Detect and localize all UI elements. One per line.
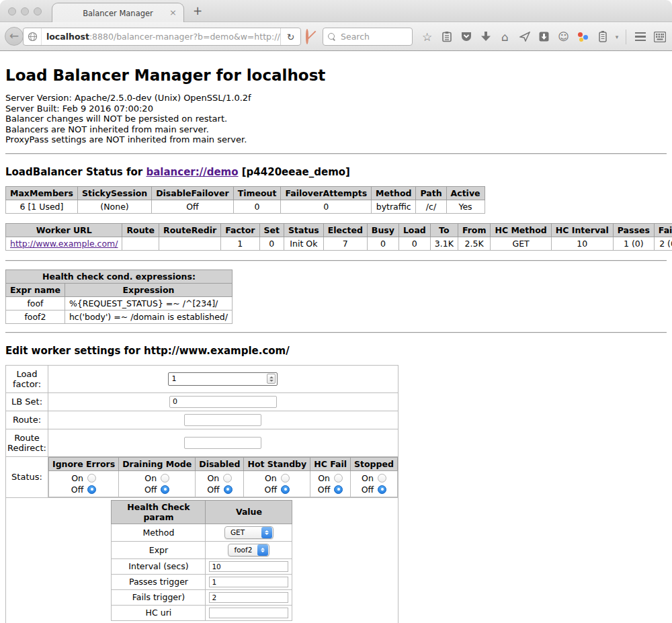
pocket-icon[interactable] (456, 32, 476, 42)
url-text[interactable]: localhost:8880/balancer-manager?b=demo&w… (42, 32, 280, 42)
passes-trigger-label: Passes trigger (112, 574, 206, 589)
fails-trigger-input[interactable] (209, 592, 288, 603)
close-button[interactable] (8, 7, 16, 15)
server-info-line: Server Version: Apache/2.5.0-dev (Unix) … (5, 93, 667, 103)
server-info: Server Version: Apache/2.5.0-dev (Unix) … (5, 93, 667, 145)
draining-mode-on-radio[interactable] (161, 474, 169, 483)
disabled-on-radio[interactable] (223, 474, 232, 483)
worker-url-link[interactable]: http://www.example.com/ (10, 239, 118, 249)
browser-window: Balancer Manager × + ← localhost:8880/ba… (0, 0, 672, 623)
hc-fail-on-radio[interactable] (334, 474, 343, 483)
server-info-line: Server Built: Feb 9 2016 07:00:20 (5, 103, 667, 114)
table-header-row: Expr name Expression (6, 283, 233, 296)
content-blocker-button[interactable] (306, 30, 319, 44)
route-label: Route: (6, 411, 48, 429)
back-icon: ← (9, 29, 19, 42)
url-bar[interactable]: localhost:8880/balancer-manager?b=demo&w… (23, 28, 301, 46)
new-tab-button[interactable]: + (193, 4, 202, 17)
interval-input[interactable] (209, 561, 288, 572)
passes-trigger-input[interactable] (209, 577, 288, 587)
table-row: 6 [1 Used] (None) Off 0 0 bytraffic /c/ … (6, 200, 485, 213)
draining-mode-off-radio[interactable] (161, 485, 169, 494)
cell-fails: 2 (0) (654, 237, 672, 250)
status-col-header: Stopped (351, 457, 398, 470)
bookmark-star-icon[interactable]: ☆ (417, 30, 437, 44)
header-cell: Status (284, 223, 324, 237)
back-button[interactable]: ← (5, 27, 24, 46)
keyboard-grid-icon[interactable] (650, 32, 669, 42)
load-factor-field (168, 372, 278, 386)
reload-icon: ↻ (287, 32, 295, 42)
feedback-smiley-icon[interactable]: ☺ (554, 30, 573, 43)
send-tab-icon[interactable] (515, 32, 534, 42)
url-path: :8880/balancer-manager?b=demo&w=http://w… (89, 32, 280, 42)
tab-bar: Balancer Manager × + (0, 0, 672, 22)
disabled-off-radio[interactable] (224, 485, 233, 494)
form-row-lb-set: LB Set: (6, 392, 398, 411)
download-panel-icon[interactable] (534, 32, 554, 42)
stopped-off-radio[interactable] (378, 485, 386, 494)
window-controls (8, 7, 42, 15)
hot-standby-on-radio[interactable] (281, 474, 290, 483)
search-icon (328, 33, 335, 40)
header-cell: Expr name (6, 283, 65, 296)
menu-hamburger-icon[interactable] (630, 32, 650, 42)
lb-set-input[interactable] (169, 396, 277, 408)
route-input[interactable] (184, 414, 261, 426)
form-row-health-params: Health Check param Value Method GET (6, 497, 398, 623)
ignore-errors-off-radio[interactable] (87, 485, 96, 494)
header-cell: Worker URL (6, 223, 122, 237)
search-input[interactable] (339, 31, 407, 42)
header-cell: Value (206, 500, 292, 524)
hc-fail-off-radio[interactable] (334, 485, 343, 494)
minimize-button[interactable] (21, 7, 29, 15)
cell-hc-interval: 10 (551, 237, 613, 250)
cell-timeout: 0 (233, 200, 281, 213)
header-cell: Set (259, 223, 284, 237)
home-icon[interactable]: ⌂ (495, 30, 515, 44)
header-cell: HC Method (491, 223, 551, 237)
hc-row-expr: Expr foof2 (112, 541, 292, 558)
hc-uri-input[interactable] (209, 608, 288, 618)
overflow-caret-icon[interactable]: ▾ (612, 34, 622, 40)
browser-tab[interactable]: Balancer Manager × (52, 3, 184, 23)
stopped-on-radio[interactable] (378, 474, 386, 483)
extension-colored-dots-icon[interactable] (573, 32, 593, 42)
load-factor-input[interactable] (169, 374, 267, 383)
table-title-row: Health check cond. expressions: (6, 269, 233, 283)
battery-extension-icon[interactable] (593, 31, 612, 42)
header-cell: Timeout (233, 186, 281, 200)
edit-worker-form: Load factor: LB Set: Route: Route Redire… (5, 365, 398, 623)
expr-select[interactable]: foof2 (228, 544, 269, 556)
header-cell: To (430, 223, 458, 237)
site-identity-globe-icon[interactable] (24, 28, 42, 45)
table-header-row: Worker URL Route RouteRedir Factor Set S… (6, 223, 672, 237)
table-row: foof2 hc('body') =~ /domain is establish… (6, 310, 233, 323)
cell-route (122, 237, 159, 250)
balancer-link[interactable]: balancer://demo (146, 166, 238, 178)
header-cell: Factor (221, 223, 259, 237)
form-row-status: Status: Ignore Errors Draining Mode Disa… (6, 456, 398, 497)
page-title: Load Balancer Manager for localhost (5, 67, 667, 84)
zoom-button[interactable] (34, 7, 42, 15)
navigation-toolbar: ← localhost:8880/balancer-manager?b=demo… (0, 22, 672, 51)
header-cell: Path (416, 186, 446, 200)
hot-standby-off-radio[interactable] (281, 485, 290, 494)
tab-close-icon[interactable]: × (169, 8, 177, 17)
reading-list-icon[interactable] (437, 32, 456, 42)
number-stepper-icon[interactable] (267, 374, 276, 384)
reload-button[interactable]: ↻ (280, 28, 300, 45)
route-redirect-input[interactable] (184, 437, 261, 449)
cell-failoverattempts: 0 (281, 200, 372, 213)
search-bar[interactable] (323, 28, 413, 46)
downloads-icon[interactable] (476, 32, 495, 42)
status-label: Status: (6, 456, 48, 497)
interval-label: Interval (secs) (112, 558, 206, 574)
method-select[interactable]: GET (224, 526, 274, 539)
status-radio-row: On Off On Off On Off (49, 470, 398, 497)
ignore-errors-on-radio[interactable] (87, 474, 96, 483)
hc-row-method: Method GET (112, 524, 292, 541)
lb-set-label: LB Set: (6, 392, 48, 411)
status-col-header: HC Fail (310, 457, 351, 470)
header-cell: Busy (367, 223, 398, 237)
